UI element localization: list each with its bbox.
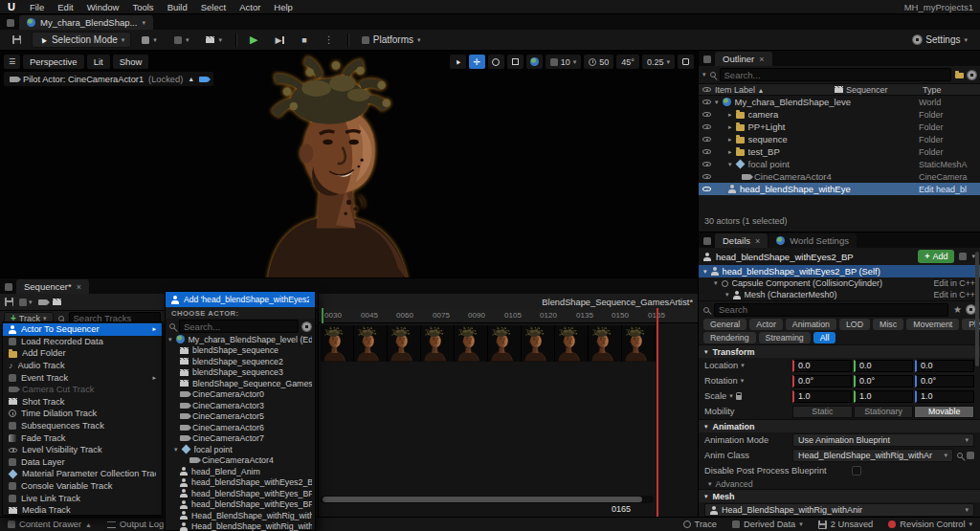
component-row-mesh[interactable]: ▾ Mesh (CharacterMesh0) Edit in C++: [699, 289, 980, 300]
actor-item[interactable]: Head_blendShape_withRig_withAnim: [166, 521, 315, 531]
actor-item[interactable]: BlendShape_Sequence_GamesArtist: [166, 378, 315, 389]
disable-post-process-checkbox[interactable]: [852, 466, 861, 476]
menu-add-folder[interactable]: Add Folder: [3, 347, 162, 360]
skeletal-mesh-select[interactable]: Head_BlendShape_withRig_withAnir▾: [704, 503, 974, 517]
rotation-snap-value[interactable]: 50: [584, 55, 613, 69]
save-all-button[interactable]: [6, 32, 28, 48]
chip-general[interactable]: General: [703, 319, 746, 330]
save-sequence-icon[interactable]: [5, 298, 13, 306]
timeline-scrollbar[interactable]: [321, 496, 654, 503]
platforms-menu[interactable]: Platforms ▾: [355, 32, 428, 48]
add-component-button[interactable]: +Add: [918, 250, 954, 263]
render-movie-icon[interactable]: [53, 299, 61, 305]
timeline-ruler[interactable]: 0030 0045 0060 0075 0090 0105 0120 0135 …: [319, 308, 698, 323]
menu-select[interactable]: Select: [194, 0, 233, 13]
chip-all[interactable]: All: [813, 332, 836, 343]
eye-icon[interactable]: [702, 174, 711, 179]
actor-item[interactable]: head_blendShape_withEyes2_BP: [166, 477, 315, 489]
menu-help[interactable]: Help: [267, 0, 300, 13]
tab-outliner[interactable]: Outliner ×: [715, 52, 772, 66]
stop-button[interactable]: ■: [295, 32, 313, 48]
actor-item[interactable]: head_blendShape_withEyes_BP2: [166, 499, 315, 511]
actor-item[interactable]: blendShape_sequence2: [166, 356, 315, 367]
favorites-star-icon[interactable]: ★: [953, 304, 962, 315]
play-button[interactable]: ▶: [243, 32, 264, 48]
component-row-self[interactable]: ▾ head_blendShape_withEyes2_BP (Self): [699, 265, 980, 277]
animation-mode-select[interactable]: Use Animation Blueprint▾: [792, 433, 974, 447]
menu-live-link-track[interactable]: Live Link Track: [3, 492, 162, 504]
menu-level-visibility-track[interactable]: Level Visibility Track: [3, 444, 162, 456]
location-y-field[interactable]: 0.0: [854, 360, 913, 372]
menu-audio-track[interactable]: ♪Audio Track: [3, 360, 162, 372]
dock-icon[interactable]: [703, 55, 711, 63]
menu-actor[interactable]: Actor: [233, 0, 267, 13]
skip-to-end-button[interactable]: ▶: [268, 32, 291, 48]
anim-class-select[interactable]: Head_BlendShape_withRig_withAr▾: [792, 449, 953, 462]
scale-snap-value[interactable]: 0.25▾: [642, 55, 675, 69]
actor-item[interactable]: ▾focal point: [166, 444, 315, 455]
show-button[interactable]: Show: [113, 55, 149, 69]
browse-icon[interactable]: [959, 253, 967, 260]
unreal-logo-icon[interactable]: U: [0, 1, 23, 12]
actor-item[interactable]: head_Blend_Anim: [166, 466, 315, 477]
folder-icon[interactable]: [955, 73, 964, 79]
rotation-x-field[interactable]: 0.0°: [792, 375, 852, 387]
menu-build[interactable]: Build: [161, 0, 194, 13]
rotation-dropdown[interactable]: Rotation▾: [704, 376, 789, 386]
viewport[interactable]: ☰ Perspective Lit Show ▲ ✛ 10▾ 50 45° 0.…: [0, 51, 698, 277]
outliner-row-cinecamera4[interactable]: CineCameraActor4CineCamera: [699, 170, 980, 183]
scale-x-field[interactable]: 1.0: [792, 390, 852, 403]
derived-data-button[interactable]: Derived Data▾: [724, 518, 811, 531]
maximize-viewport-icon[interactable]: [678, 55, 694, 69]
eye-icon[interactable]: [702, 137, 711, 142]
gear-icon[interactable]: [968, 71, 976, 79]
location-z-field[interactable]: 0.0: [915, 360, 974, 372]
menu-console-variable-track[interactable]: Console Variable Track: [3, 480, 162, 493]
character-head-render[interactable]: [234, 53, 438, 277]
lock-icon[interactable]: [736, 395, 742, 400]
actor-item[interactable]: ▾My_chara_BlendShape_level (Editor): [166, 334, 315, 345]
chip-animation[interactable]: Animation: [786, 319, 836, 330]
eye-icon[interactable]: [702, 100, 711, 104]
actor-item[interactable]: head_blendShape_withEyes_BP: [166, 488, 315, 499]
eye-icon[interactable]: [702, 112, 711, 117]
menu-event-track[interactable]: Event Track▸: [3, 371, 162, 384]
close-icon[interactable]: ×: [77, 282, 81, 292]
content-drawer-button[interactable]: Content Drawer▲: [0, 518, 100, 531]
chip-rendering[interactable]: Rendering: [703, 332, 756, 343]
actor-item[interactable]: CineCameraActor7: [166, 433, 315, 445]
viewport-options-icon[interactable]: ☰: [4, 55, 20, 69]
chip-actor[interactable]: Actor: [749, 319, 783, 330]
outliner-search-input[interactable]: [720, 68, 951, 81]
playback-start-marker[interactable]: [322, 308, 323, 323]
outliner-row-pplight-folder[interactable]: ▸ PP+LightFolder: [699, 121, 980, 133]
menu-time-dilation-track[interactable]: Time Dilation Track: [3, 408, 162, 420]
settings-menu[interactable]: Settings ▾: [906, 32, 974, 48]
move-tool-icon[interactable]: ✛: [469, 55, 485, 69]
world-space-icon[interactable]: [526, 55, 543, 69]
tab-world-settings[interactable]: World Settings: [768, 233, 857, 248]
chevron-down-icon[interactable]: ▾: [142, 19, 145, 27]
location-x-field[interactable]: 0.0: [792, 360, 852, 372]
dock-icon[interactable]: [5, 283, 12, 291]
asset-tab-level[interactable]: My_chara_BlendShap... ▾: [19, 15, 153, 30]
create-camera-icon[interactable]: [38, 299, 47, 305]
perspective-button[interactable]: Perspective: [23, 55, 84, 69]
menu-actor-to-sequencer[interactable]: Actor To Sequencer▸: [3, 323, 162, 336]
rotation-y-field[interactable]: 0.0°: [854, 375, 913, 387]
menu-tools[interactable]: Tools: [125, 0, 160, 13]
blueprints-button[interactable]: ▾: [167, 32, 196, 48]
cinematics-button[interactable]: ▾: [199, 32, 229, 48]
toggle-camera-view-icon[interactable]: [199, 77, 208, 82]
mobility-movable-button[interactable]: Movable: [914, 406, 974, 418]
component-row-capsule[interactable]: ▾ Capsule Component (CollisionCylinder) …: [699, 277, 980, 289]
section-transform[interactable]: ▾Transform: [699, 344, 980, 358]
mobility-stationary-button[interactable]: Stationary: [854, 406, 914, 418]
details-search-input[interactable]: [714, 303, 948, 317]
actor-item[interactable]: CineCameraActor6: [166, 422, 315, 433]
gear-icon[interactable]: [302, 322, 311, 331]
output-log-button[interactable]: Output Log: [100, 518, 171, 531]
playhead[interactable]: [657, 308, 658, 517]
outliner-row-camera-folder[interactable]: ▸ cameraFolder: [699, 108, 980, 121]
outliner-row-sequence-folder[interactable]: ▸ sequenceFolder: [699, 133, 980, 145]
